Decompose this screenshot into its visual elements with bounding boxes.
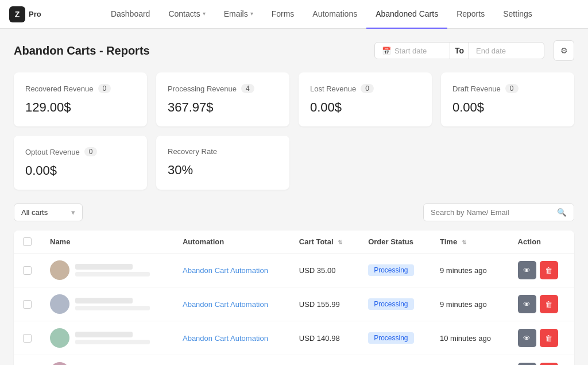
table-header-row: Name Automation Cart Total ⇅ Order Statu… (14, 230, 574, 253)
user-email-blur (75, 272, 150, 276)
row-user (41, 355, 173, 366)
row-order-status: Processing (359, 355, 431, 366)
chevron-down-icon: ▾ (250, 10, 253, 17)
nav-item-settings[interactable]: Settings (494, 0, 541, 29)
nav-item-contacts[interactable]: Contacts ▾ (159, 0, 214, 29)
card-label: Processing Revenue 4 (168, 84, 278, 93)
eye-icon: 👁 (523, 300, 531, 309)
card-lost-revenue: Lost Revenue 0 0.00$ (299, 72, 432, 126)
user-email-blur (75, 306, 150, 310)
user-email-blur (75, 340, 150, 344)
user-name-blur (75, 264, 133, 270)
user-name-blur (75, 332, 133, 337)
row-checkbox[interactable] (23, 300, 32, 309)
th-cart-total[interactable]: Cart Total ⇅ (290, 230, 359, 253)
row-automation: Abandon Cart Automation (173, 321, 290, 355)
th-time[interactable]: Time ⇅ (431, 230, 509, 253)
sort-icon: ⇅ (338, 239, 342, 245)
search-input[interactable] (424, 204, 550, 221)
row-checkbox-cell (14, 287, 41, 321)
settings-button[interactable]: ⚙ (554, 40, 574, 61)
navbar: Z Pro Dashboard Contacts ▾ Emails ▾ Form… (0, 0, 588, 29)
delete-button[interactable]: 🗑 (540, 295, 558, 313)
status-badge: Processing (368, 298, 413, 310)
page: Abandon Carts - Reports 📅 Start date To … (0, 29, 588, 365)
automation-link[interactable]: Abandon Cart Automation (183, 300, 268, 309)
nav-item-abandoned-carts[interactable]: Abandoned Carts (366, 0, 447, 29)
avatar (50, 362, 69, 365)
card-label: Lost Revenue 0 (310, 84, 420, 93)
nav-item-emails[interactable]: Emails ▾ (215, 0, 262, 29)
delete-button[interactable]: 🗑 (540, 363, 558, 365)
logo-icon: Z (9, 6, 25, 22)
card-value: 0.00$ (452, 100, 563, 115)
row-cart-total: USD 155.99 (290, 287, 359, 321)
avatar (50, 294, 69, 314)
eye-icon: 👁 (523, 334, 531, 343)
table-row: Abandon Cart Automation USD 155.99 Proce… (14, 287, 574, 321)
cards-row-1: Recovered Revenue 0 129.00$ Processing R… (14, 72, 574, 126)
logo[interactable]: Z Pro (9, 6, 41, 22)
status-badge: Processing (368, 264, 413, 276)
sort-icon: ⇅ (462, 239, 466, 245)
row-actions: 👁 🗑 (509, 355, 574, 366)
calendar-icon: 📅 (382, 47, 391, 55)
gear-icon: ⚙ (560, 46, 568, 55)
cards-row-2: Optout Revenue 0 0.00$ Recovery Rate 30% (14, 136, 574, 190)
row-checkbox[interactable] (23, 334, 32, 343)
card-badge: 0 (505, 84, 519, 93)
trash-icon: 🗑 (545, 266, 552, 275)
date-end[interactable]: End date (469, 43, 544, 59)
nav-item-dashboard[interactable]: Dashboard (102, 0, 160, 29)
row-automation: Abandon Cart Automation (173, 355, 290, 366)
row-cart-total: USD 140.98 (290, 321, 359, 355)
row-user (41, 321, 173, 355)
card-processing-revenue: Processing Revenue 4 367.97$ (156, 72, 289, 126)
card-badge: 0 (98, 84, 111, 93)
delete-button[interactable]: 🗑 (540, 261, 558, 279)
automation-link[interactable]: Abandon Cart Automation (183, 266, 268, 275)
nav-item-reports[interactable]: Reports (447, 0, 494, 29)
card-value: 0.00$ (310, 100, 420, 115)
header-checkbox[interactable] (23, 237, 32, 246)
nav-item-forms[interactable]: Forms (262, 0, 304, 29)
row-order-status: Processing (359, 287, 431, 321)
view-button[interactable]: 👁 (518, 363, 536, 365)
view-button[interactable]: 👁 (518, 295, 536, 313)
card-value: 0.00$ (25, 163, 136, 178)
date-start[interactable]: 📅 Start date (375, 43, 450, 59)
th-name: Name (41, 230, 173, 253)
card-optout-revenue: Optout Revenue 0 0.00$ (14, 136, 147, 190)
delete-button[interactable]: 🗑 (540, 329, 558, 347)
table-row: Abandon Cart Automation USD 36.00 Proces… (14, 355, 574, 366)
view-button[interactable]: 👁 (518, 261, 536, 279)
th-automation: Automation (173, 230, 290, 253)
nav-item-automations[interactable]: Automations (303, 0, 366, 29)
chevron-down-icon: ▾ (71, 208, 75, 217)
row-time: 9 minutes ago (431, 287, 509, 321)
automation-link[interactable]: Abandon Cart Automation (183, 334, 268, 343)
th-order-status: Order Status (359, 230, 431, 253)
view-button[interactable]: 👁 (518, 329, 536, 347)
table-row: Abandon Cart Automation USD 35.00 Proces… (14, 253, 574, 287)
th-checkbox (14, 230, 41, 253)
row-user (41, 287, 173, 321)
search-button[interactable]: 🔍 (550, 204, 574, 221)
row-order-status: Processing (359, 321, 431, 355)
card-label: Draft Revenue 0 (452, 84, 563, 93)
trash-icon: 🗑 (545, 334, 552, 343)
row-actions: 👁 🗑 (509, 253, 574, 287)
card-draft-revenue: Draft Revenue 0 0.00$ (441, 72, 574, 126)
cart-filter-select[interactable]: All carts ▾ (14, 203, 83, 221)
card-badge: 0 (84, 147, 98, 156)
table-body: Abandon Cart Automation USD 35.00 Proces… (14, 253, 574, 366)
row-checkbox[interactable] (23, 266, 32, 275)
user-name-blur (75, 298, 133, 303)
card-value: 129.00$ (25, 100, 136, 115)
date-separator: To (450, 43, 469, 59)
row-time: 10 minutes ago (431, 355, 509, 366)
card-label: Recovery Rate (168, 147, 278, 156)
page-title: Abandon Carts - Reports (14, 44, 150, 57)
card-recovered-revenue: Recovered Revenue 0 129.00$ (14, 72, 147, 126)
table-controls: All carts ▾ 🔍 (14, 203, 574, 221)
